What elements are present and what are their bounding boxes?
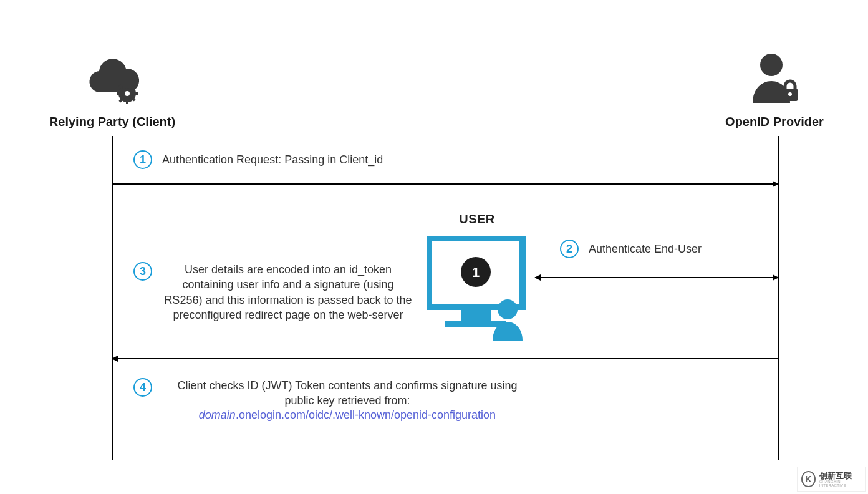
step-1-text: Authentication Request: Passing in Clien… [162,152,383,167]
svg-point-14 [788,92,792,96]
step-3: 3 User details are encoded into an id_to… [133,262,414,322]
arrow-1-right [112,183,778,185]
svg-point-12 [760,54,783,76]
lifeline-left [112,136,113,460]
actor-right-label: OpenID Provider [712,115,837,129]
step-2: 2 Authenticate End-User [560,240,702,258]
step-4-text: Client checks ID (JWT) Token contents an… [162,378,533,409]
step-3-text: User details are encoded into an id_toke… [162,262,414,322]
arrow-2-bidir [535,277,778,278]
arrow-3-left [112,358,778,359]
svg-text:1: 1 [472,264,480,280]
user-label: USER [430,212,524,226]
user-lock-icon [746,50,803,106]
step-4: 4 Client checks ID (JWT) Token contents … [133,378,533,422]
step-4-badge: 4 [133,378,152,397]
actor-relying-party: Relying Party (Client) [41,50,184,129]
svg-point-11 [125,91,130,96]
monitor-user-icon: 1 [427,236,529,345]
svg-rect-2 [126,83,128,87]
step-1-badge: 1 [133,150,152,169]
actor-left-label: Relying Party (Client) [41,115,184,129]
svg-rect-3 [126,100,128,104]
svg-rect-4 [117,92,120,95]
step-4-link-rest: .onelogin.com/oidc/.well-known/openid-co… [236,409,496,421]
svg-rect-16 [461,309,491,321]
watermark-text-cn: 创新互联 [819,472,861,480]
step-1: 1 Authentication Request: Passing in Cli… [133,150,383,169]
step-2-text: Authenticate End-User [589,241,702,256]
actor-openid-provider: OpenID Provider [712,50,837,129]
watermark: K 创新互联 CHANGXIN INTERACTIVE [797,467,866,492]
step-4-link-domain: domain [199,409,236,421]
step-3-badge: 3 [133,262,152,281]
cloud-gear-icon [81,50,143,106]
svg-rect-17 [445,321,506,327]
step-2-badge: 2 [560,240,579,258]
watermark-logo-icon: K [801,471,816,487]
step-4-link: domain.onelogin.com/oidc/.well-known/ope… [162,409,533,422]
svg-rect-5 [134,92,138,95]
watermark-text-en: CHANGXIN INTERACTIVE [819,480,861,487]
svg-point-20 [498,299,518,319]
